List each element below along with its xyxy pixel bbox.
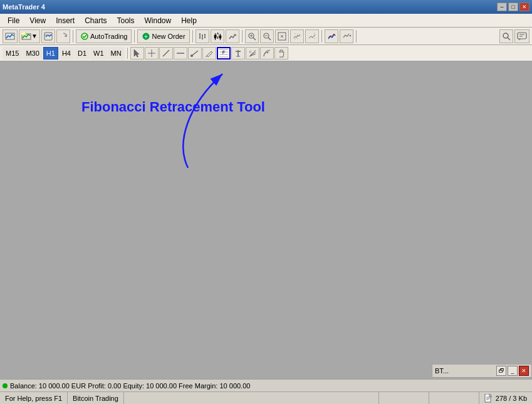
file-info-section: 278 / 3 Kb [479, 392, 532, 404]
file-icon [484, 394, 493, 403]
svg-text:F: F [249, 50, 252, 54]
menu-charts[interactable]: Charts [80, 15, 112, 26]
chart-area[interactable]: Fibonacci Retracement Tool BT... 🗗 _ ✕ [0, 61, 532, 404]
toolbar-separator-3 [192, 30, 193, 43]
hline-tool[interactable] [174, 47, 187, 60]
svg-rect-71 [485, 394, 491, 402]
text-tool[interactable] [231, 47, 245, 60]
svg-text:F: F [222, 50, 225, 54]
svg-text:+: + [145, 33, 149, 40]
title-text: MetaTrader 4 [3, 3, 45, 11]
toolbar-separator-1 [73, 30, 73, 43]
tf-separator [127, 48, 128, 59]
close-button[interactable]: ✕ [519, 3, 529, 11]
trading-text: Bitcoin Trading [73, 395, 118, 402]
svg-marker-40 [350, 34, 351, 37]
open-button[interactable]: ▼ [19, 29, 40, 43]
minimize-button[interactable]: – [497, 3, 507, 11]
bottom-panel-close[interactable]: ✕ [519, 366, 529, 376]
toolbar-separator-6 [356, 30, 357, 43]
bottom-panel-restore[interactable]: 🗗 [496, 366, 506, 376]
svg-text:F: F [267, 51, 269, 54]
toolbar-separator-4 [242, 30, 243, 43]
annotation-arrow [125, 68, 251, 180]
svg-rect-2 [21, 32, 26, 35]
help-text: For Help, press F1 [5, 395, 62, 402]
delete-objects-button[interactable] [274, 47, 288, 60]
svg-point-52 [190, 54, 193, 57]
maximize-button[interactable]: □ [508, 3, 518, 11]
main-toolbar: ▼ AutoTrading + New Order [0, 28, 532, 45]
indicators-button[interactable] [325, 29, 338, 43]
toolbar-separator-2 [134, 30, 135, 43]
tf-w1[interactable]: W1 [90, 47, 107, 60]
svg-line-53 [206, 56, 207, 57]
footer-bar: For Help, press F1 Bitcoin Trading 278 /… [0, 391, 532, 404]
tf-m15[interactable]: M15 [3, 47, 22, 60]
tf-d1[interactable]: D1 [75, 47, 90, 60]
period-sep-button[interactable] [290, 29, 304, 43]
fibonacci-arcs-button[interactable]: F [260, 47, 274, 60]
svg-line-42 [508, 38, 510, 40]
trendline-tool[interactable] [188, 47, 202, 60]
svg-rect-20 [217, 34, 219, 37]
candle-chart-button[interactable] [211, 29, 224, 43]
fibonacci-retracement-button[interactable]: F [217, 47, 231, 60]
tf-m30[interactable]: M30 [23, 47, 42, 60]
autotrading-button[interactable]: AutoTrading [76, 29, 132, 43]
svg-rect-17 [214, 35, 216, 38]
svg-line-27 [253, 38, 256, 40]
svg-point-41 [503, 33, 508, 38]
svg-rect-43 [518, 33, 526, 39]
menu-file[interactable]: File [3, 15, 24, 26]
zoom-in-button[interactable] [245, 29, 259, 43]
bottom-panel: BT... 🗗 _ ✕ [432, 364, 532, 378]
new-chart-button[interactable] [3, 29, 18, 43]
chart-shift-button[interactable] [305, 29, 319, 43]
svg-line-31 [268, 38, 271, 40]
menu-insert[interactable]: Insert [51, 15, 80, 26]
pen-tool[interactable] [202, 47, 216, 60]
title-bar: MetaTrader 4 – □ ✕ [0, 0, 532, 14]
indicator-options-button[interactable] [340, 29, 353, 43]
timeframe-toolbar: M15 M30 H1 H4 D1 W1 MN [0, 45, 532, 61]
tf-mn[interactable]: MN [108, 47, 125, 60]
menu-window[interactable]: Window [140, 15, 177, 26]
tf-h4[interactable]: H4 [59, 47, 74, 60]
auto-scroll-button[interactable] [275, 29, 289, 43]
line-tool[interactable] [159, 47, 173, 60]
bottom-panel-minimize[interactable]: _ [508, 366, 518, 376]
empty-section-3 [429, 392, 479, 404]
help-section: For Help, press F1 [0, 392, 68, 404]
refresh-button[interactable] [56, 29, 70, 43]
bottom-panel-label: BT... [435, 367, 495, 375]
toolbar-separator-5 [321, 30, 322, 43]
menu-tools[interactable]: Tools [112, 15, 140, 26]
crosshair-tool[interactable] [145, 47, 159, 60]
new-order-button[interactable]: + New Order [137, 29, 189, 43]
bar-chart-button[interactable] [196, 29, 209, 43]
svg-marker-46 [134, 49, 139, 57]
status-bar: Balance: 10 000.00 EUR Profit: 0.00 Equi… [0, 379, 532, 391]
empty-section-2 [379, 392, 429, 404]
templates-button[interactable] [41, 29, 55, 43]
svg-line-49 [163, 50, 169, 56]
status-text: Balance: 10 000.00 EUR Profit: 0.00 Equi… [10, 382, 250, 390]
cursor-tool[interactable] [130, 47, 144, 60]
zoom-out-button[interactable] [260, 29, 274, 43]
trading-section: Bitcoin Trading [68, 392, 124, 404]
connection-status-icon [3, 383, 8, 388]
chat-button[interactable] [514, 29, 529, 43]
line-chart-button[interactable] [226, 29, 239, 43]
empty-section-1 [124, 392, 379, 404]
svg-rect-23 [219, 36, 221, 38]
window-controls: – □ ✕ [497, 3, 529, 11]
menu-view[interactable]: View [24, 15, 51, 26]
svg-rect-3 [44, 33, 52, 40]
fibonacci-fan-button[interactable]: F [246, 47, 259, 60]
file-info-text: 278 / 3 Kb [496, 395, 527, 402]
tf-h1[interactable]: H1 [43, 47, 58, 60]
search-button[interactable] [499, 29, 513, 43]
menu-help[interactable]: Help [176, 15, 202, 26]
menu-bar: File View Insert Charts Tools Window Hel… [0, 14, 532, 28]
